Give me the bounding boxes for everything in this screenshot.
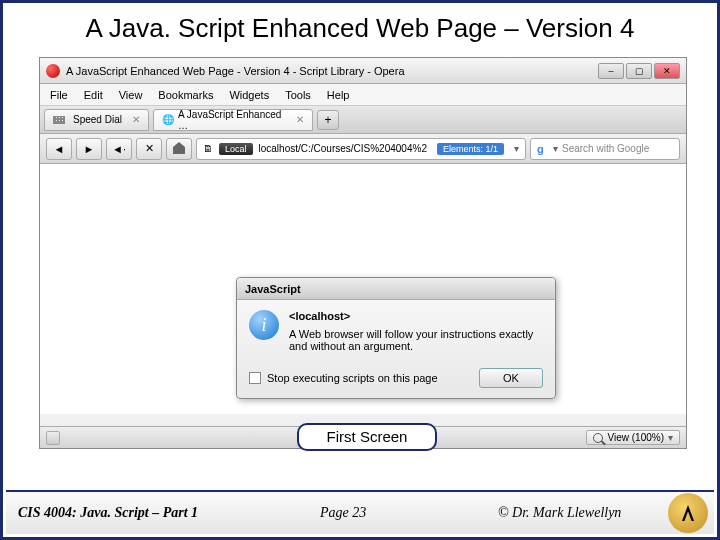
- dialog-host: <localhost>: [289, 310, 543, 322]
- stop-scripts-checkbox[interactable]: [249, 372, 261, 384]
- footer-copyright: © Dr. Mark Llewellyn: [451, 505, 668, 521]
- tab-bar: Speed Dial ✕ 🌐 A JavaScript Enhanced … ✕…: [40, 106, 686, 134]
- dropdown-icon[interactable]: ▾: [514, 143, 519, 154]
- browser-window: A JavaScript Enhanced Web Page - Version…: [39, 57, 687, 449]
- toolbar: ◄ ► ◄· ✕ 🗎 Local localhost/C:/Courses/CI…: [40, 134, 686, 164]
- dropdown-icon[interactable]: ▾: [553, 143, 558, 154]
- menu-edit[interactable]: Edit: [84, 89, 103, 101]
- menu-widgets[interactable]: Widgets: [229, 89, 269, 101]
- rewind-button[interactable]: ◄·: [106, 138, 132, 160]
- ok-button[interactable]: OK: [479, 368, 543, 388]
- elements-badge: Elements: 1/1: [437, 143, 504, 155]
- footer-page: Page 23: [235, 505, 452, 521]
- menubar: File Edit View Bookmarks Widgets Tools H…: [40, 84, 686, 106]
- menu-help[interactable]: Help: [327, 89, 350, 101]
- maximize-button[interactable]: ▢: [626, 63, 652, 79]
- menu-tools[interactable]: Tools: [285, 89, 311, 101]
- home-button[interactable]: [166, 138, 192, 160]
- titlebar: A JavaScript Enhanced Web Page - Version…: [40, 58, 686, 84]
- dialog-title: JavaScript: [237, 278, 555, 300]
- close-tab-icon[interactable]: ✕: [132, 114, 140, 125]
- javascript-alert-dialog: JavaScript i <localhost> A Web browser w…: [236, 277, 556, 399]
- dropdown-icon[interactable]: ▾: [668, 432, 673, 443]
- callout-label: First Screen: [297, 423, 437, 451]
- forward-button[interactable]: ►: [76, 138, 102, 160]
- close-tab-icon[interactable]: ✕: [296, 114, 304, 125]
- zoom-control[interactable]: View (100%) ▾: [586, 430, 680, 445]
- ucf-logo-icon: [668, 493, 708, 533]
- security-icon: 🗎: [203, 143, 213, 154]
- speed-dial-icon: [53, 116, 65, 124]
- slide-title: A Java. Script Enhanced Web Page – Versi…: [3, 3, 717, 50]
- page-icon: 🌐: [162, 114, 174, 125]
- opera-icon: [46, 64, 60, 78]
- minimize-button[interactable]: –: [598, 63, 624, 79]
- back-button[interactable]: ◄: [46, 138, 72, 160]
- menu-file[interactable]: File: [50, 89, 68, 101]
- address-url: localhost/C:/Courses/CIS%204004%2: [259, 143, 427, 154]
- menu-bookmarks[interactable]: Bookmarks: [158, 89, 213, 101]
- search-input[interactable]: ▾ Search with Google: [530, 138, 680, 160]
- new-tab-button[interactable]: +: [317, 110, 339, 130]
- footer-course: CIS 4004: Java. Script – Part 1: [6, 505, 235, 521]
- panel-toggle-button[interactable]: [46, 431, 60, 445]
- close-button[interactable]: ✕: [654, 63, 680, 79]
- zoom-label: View (100%): [607, 432, 664, 443]
- magnifier-icon: [593, 433, 603, 443]
- google-icon: [537, 143, 549, 155]
- local-badge: Local: [219, 143, 253, 155]
- checkbox-label: Stop executing scripts on this page: [267, 372, 438, 384]
- tab-label: A JavaScript Enhanced …: [178, 109, 286, 131]
- tab-active-page[interactable]: 🌐 A JavaScript Enhanced … ✕: [153, 109, 313, 131]
- dialog-message: A Web browser will follow your instructi…: [289, 328, 543, 352]
- tab-label: Speed Dial: [73, 114, 122, 125]
- slide-footer: CIS 4004: Java. Script – Part 1 Page 23 …: [6, 490, 714, 534]
- search-placeholder: Search with Google: [562, 143, 649, 154]
- home-icon: [173, 144, 185, 154]
- address-bar[interactable]: 🗎 Local localhost/C:/Courses/CIS%204004%…: [196, 138, 526, 160]
- info-icon: i: [249, 310, 279, 340]
- reload-button[interactable]: ✕: [136, 138, 162, 160]
- tab-speed-dial[interactable]: Speed Dial ✕: [44, 109, 149, 131]
- menu-view[interactable]: View: [119, 89, 143, 101]
- slide-frame: A Java. Script Enhanced Web Page – Versi…: [0, 0, 720, 540]
- window-title: A JavaScript Enhanced Web Page - Version…: [66, 65, 405, 77]
